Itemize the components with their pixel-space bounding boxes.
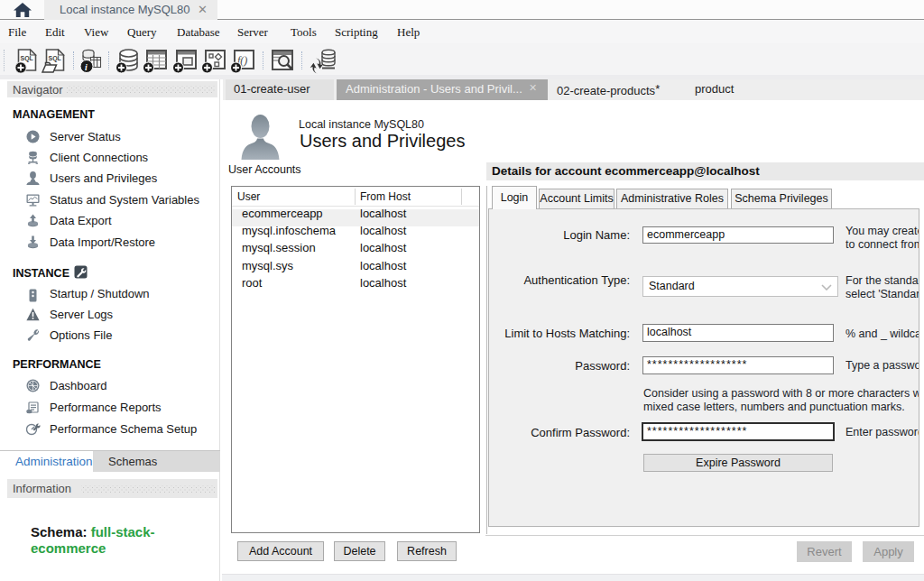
svg-text:SQL: SQL xyxy=(21,55,34,62)
svg-text:i: i xyxy=(85,62,88,72)
svg-text:SQL: SQL xyxy=(49,55,62,62)
